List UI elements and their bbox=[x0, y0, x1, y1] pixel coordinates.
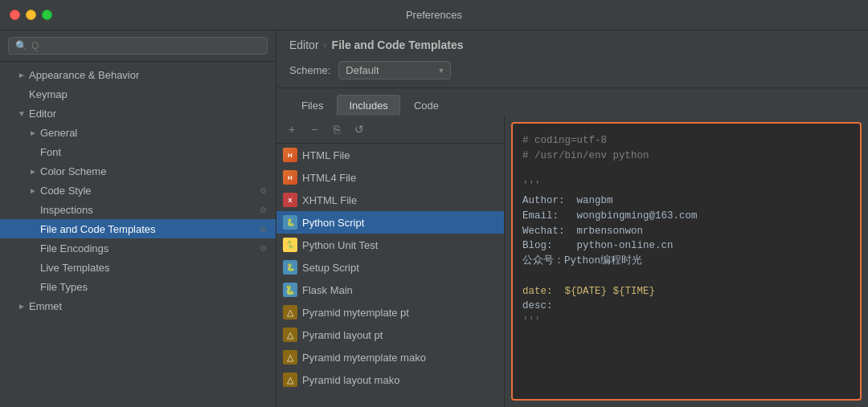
template-item-label: XHTML File bbox=[302, 194, 497, 206]
pyramid-layout-mako-icon: △ bbox=[283, 372, 297, 387]
minimize-button[interactable] bbox=[26, 10, 36, 20]
sidebar-item-file-encodings[interactable]: File Encodings ⚙ bbox=[0, 238, 276, 258]
scheme-select[interactable]: Default Project bbox=[338, 61, 451, 79]
sidebar-item-live-templates[interactable]: Live Templates bbox=[0, 258, 276, 277]
template-item-pyramid-layout-pt[interactable]: △ Pyramid layout pt bbox=[276, 324, 504, 346]
sidebar-item-file-and-code-templates[interactable]: File and Code Templates ⚙ bbox=[0, 219, 276, 238]
template-item-label: Python Unit Test bbox=[302, 239, 497, 251]
template-item-label: HTML4 File bbox=[302, 172, 497, 184]
settings-icon: ⚙ bbox=[256, 242, 269, 254]
setup-script-icon: 🐍 bbox=[283, 260, 297, 275]
arrow-icon bbox=[18, 302, 29, 311]
sidebar-item-label: Editor bbox=[29, 108, 269, 120]
pyramid-layout-pt-icon: △ bbox=[283, 328, 297, 342]
template-item-label: Setup Script bbox=[302, 262, 497, 274]
tabs-bar: Files Includes Code bbox=[276, 88, 868, 116]
scheme-select-wrapper[interactable]: Default Project bbox=[338, 61, 451, 79]
search-bar: 🔍 bbox=[0, 31, 276, 62]
breadcrumb-current: File and Code Templates bbox=[332, 39, 464, 51]
template-item-setup-script[interactable]: 🐍 Setup Script bbox=[276, 256, 504, 279]
tab-includes[interactable]: Includes bbox=[337, 95, 399, 116]
tab-code[interactable]: Code bbox=[402, 95, 451, 116]
pyramid-mytemplate-mako-icon: △ bbox=[283, 350, 297, 364]
search-wrapper[interactable]: 🔍 bbox=[8, 37, 268, 55]
settings-icon: ⚙ bbox=[256, 184, 269, 197]
template-item-html4-file[interactable]: H HTML4 File bbox=[276, 166, 504, 189]
right-panel: Editor › File and Code Templates Scheme:… bbox=[276, 31, 868, 407]
sidebar-item-label: Live Templates bbox=[40, 262, 269, 274]
settings-icon: ⚙ bbox=[256, 203, 269, 216]
template-item-label: Pyramid mytemplate mako bbox=[302, 352, 497, 364]
template-item-label: Pyramid mytemplate pt bbox=[302, 307, 497, 319]
sidebar-item-label: Code Style bbox=[40, 185, 256, 197]
main-content: 🔍 Appearance & Behavior Keymap Editor bbox=[0, 31, 868, 407]
search-icon: 🔍 bbox=[15, 40, 27, 51]
traffic-lights bbox=[10, 10, 52, 20]
xhtml-file-icon: X bbox=[283, 193, 297, 207]
sidebar-nav: Appearance & Behavior Keymap Editor Gene… bbox=[0, 62, 276, 407]
html-file-icon: H bbox=[283, 148, 297, 162]
flask-main-icon: 🐍 bbox=[283, 283, 297, 297]
scheme-bar: Scheme: Default Project bbox=[276, 58, 868, 88]
sidebar-item-color-scheme[interactable]: Color Scheme bbox=[0, 161, 276, 181]
template-panel: + − ⎘ ↺ H HTML File H HTML4 File bbox=[276, 116, 868, 407]
sidebar-item-code-style[interactable]: Code Style ⚙ bbox=[0, 181, 276, 200]
sidebar-item-label: File Encodings bbox=[40, 242, 256, 254]
template-item-html-file[interactable]: H HTML File bbox=[276, 144, 504, 166]
template-item-python-unit-test[interactable]: 🐍 Python Unit Test bbox=[276, 234, 504, 256]
template-item-python-script[interactable]: 🐍 Python Script bbox=[276, 211, 504, 234]
arrow-icon bbox=[29, 167, 40, 176]
arrow-icon bbox=[18, 71, 29, 79]
tab-files[interactable]: Files bbox=[289, 95, 335, 116]
code-editor[interactable]: # coding=utf-8# /usr/bin/env python '''A… bbox=[511, 122, 862, 401]
sidebar-item-label: Inspections bbox=[40, 204, 256, 216]
close-button[interactable] bbox=[10, 10, 20, 20]
settings-icon: ⚙ bbox=[256, 222, 269, 235]
reset-template-button[interactable]: ↺ bbox=[350, 120, 368, 138]
sidebar-item-label: Appearance & Behavior bbox=[29, 69, 269, 81]
sidebar-item-label: General bbox=[40, 127, 269, 139]
sidebar-item-general[interactable]: General bbox=[0, 123, 276, 142]
template-item-flask-main[interactable]: 🐍 Flask Main bbox=[276, 279, 504, 301]
scheme-label: Scheme: bbox=[289, 64, 330, 76]
arrow-icon bbox=[18, 109, 29, 118]
python-unit-test-icon: 🐍 bbox=[283, 238, 297, 252]
template-list: + − ⎘ ↺ H HTML File H HTML4 File bbox=[276, 116, 505, 407]
sidebar: 🔍 Appearance & Behavior Keymap Editor bbox=[0, 31, 276, 407]
sidebar-item-label: Emmet bbox=[29, 300, 269, 312]
sidebar-item-font[interactable]: Font bbox=[0, 142, 276, 161]
arrow-icon bbox=[29, 186, 40, 195]
sidebar-item-appearance[interactable]: Appearance & Behavior bbox=[0, 65, 276, 84]
sidebar-item-editor[interactable]: Editor bbox=[0, 104, 276, 123]
template-toolbar: + − ⎘ ↺ bbox=[276, 116, 504, 144]
template-item-label: Python Script bbox=[302, 217, 497, 229]
remove-template-button[interactable]: − bbox=[305, 120, 323, 138]
title-bar: Preferences bbox=[0, 0, 868, 31]
pyramid-mytemplate-pt-icon: △ bbox=[283, 305, 297, 319]
sidebar-item-label: Font bbox=[40, 146, 269, 158]
maximize-button[interactable] bbox=[42, 10, 52, 20]
sidebar-item-inspections[interactable]: Inspections ⚙ bbox=[0, 200, 276, 219]
breadcrumb-parent: Editor bbox=[289, 39, 319, 51]
template-item-pyramid-layout-mako[interactable]: △ Pyramid layout mako bbox=[276, 368, 504, 391]
python-script-icon: 🐍 bbox=[283, 215, 297, 230]
search-input[interactable] bbox=[31, 40, 260, 51]
html4-file-icon: H bbox=[283, 170, 297, 185]
window-title: Preferences bbox=[406, 9, 462, 21]
sidebar-item-label: File and Code Templates bbox=[40, 223, 256, 235]
template-item-label: Pyramid layout pt bbox=[302, 329, 497, 341]
template-item-pyramid-mytemplate-pt[interactable]: △ Pyramid mytemplate pt bbox=[276, 301, 504, 324]
sidebar-item-emmet[interactable]: Emmet bbox=[0, 296, 276, 315]
sidebar-item-file-types[interactable]: File Types bbox=[0, 277, 276, 296]
template-item-label: HTML File bbox=[302, 149, 497, 161]
arrow-icon bbox=[29, 128, 40, 137]
template-list-items: H HTML File H HTML4 File X XHTML File 🐍 … bbox=[276, 144, 504, 407]
sidebar-item-label: Color Scheme bbox=[40, 165, 269, 177]
sidebar-item-keymap[interactable]: Keymap bbox=[0, 84, 276, 104]
template-item-label: Flask Main bbox=[302, 284, 497, 296]
add-template-button[interactable]: + bbox=[283, 120, 301, 138]
template-item-pyramid-mytemplate-mako[interactable]: △ Pyramid mytemplate mako bbox=[276, 346, 504, 368]
sidebar-item-label: File Types bbox=[40, 281, 269, 293]
template-item-xhtml-file[interactable]: X XHTML File bbox=[276, 189, 504, 211]
copy-template-button[interactable]: ⎘ bbox=[328, 120, 346, 138]
